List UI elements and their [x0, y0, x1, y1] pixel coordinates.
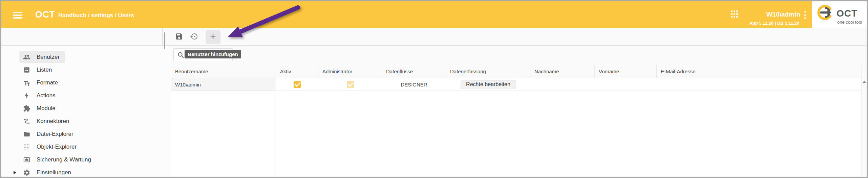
- column-header-datenfluesse[interactable]: Datenflüsse: [382, 65, 446, 78]
- expand-arrow-icon[interactable]: [14, 171, 16, 174]
- oct-logo-tagline: one cool tool: [837, 20, 862, 25]
- sidebar-item-label: Listen: [37, 67, 52, 73]
- sidebar-item-formate[interactable]: Formate: [1, 76, 171, 89]
- sidebar-item-einstellungen[interactable]: Einstellungen: [1, 166, 171, 178]
- folder-icon: [23, 130, 30, 138]
- administrator-checkbox-checked-disabled: [347, 81, 354, 88]
- app-title: OCT: [35, 9, 55, 20]
- cell-nachname: [530, 78, 595, 91]
- sidebar-item-module[interactable]: Module: [1, 102, 171, 115]
- sidebar-item-label: Datei-Explorer: [37, 131, 73, 137]
- sidebar-item-datei-explorer[interactable]: Datei-Explorer: [1, 128, 171, 141]
- sidebar-item-listen[interactable]: Listen: [1, 63, 171, 76]
- breadcrumb: Handbuch / settings / Users: [58, 12, 134, 19]
- cell-vorname: [595, 78, 657, 91]
- grid-dots-icon: [23, 143, 30, 151]
- sidebar-item-label: Module: [37, 105, 56, 112]
- version-label: App 5.11.20 | DB 5.11.20: [726, 21, 799, 26]
- sidebar-item-label: Objekt-Explorer: [37, 144, 77, 150]
- lightning-icon: [23, 92, 30, 99]
- cell-aktiv: [276, 78, 318, 91]
- backup-icon: [23, 156, 30, 163]
- aktiv-checkbox-checked[interactable]: [294, 81, 301, 88]
- table-header-row: Benutzername Aktiv Administrator Datenfl…: [171, 65, 861, 78]
- panel-resize-handle[interactable]: [164, 32, 167, 41]
- sidebar-item-benutzer[interactable]: Benutzer: [1, 51, 171, 63]
- edit-rights-button[interactable]: Rechte bearbeiten: [461, 80, 516, 89]
- oct-logo-icon: [817, 4, 833, 21]
- oct-logo-box: OCT one cool tool: [812, 1, 867, 28]
- table-row[interactable]: W10\admin DESIGNER Rechte bearbeiten: [171, 78, 861, 91]
- group-icon: [23, 53, 30, 61]
- scroll-up-arrow-icon[interactable]: [863, 81, 866, 83]
- cell-datenfluesse: DESIGNER: [382, 78, 446, 91]
- cell-administrator: [318, 78, 382, 91]
- oct-app-window: OCT Handbuch / settings / Users W10\admi…: [0, 0, 868, 178]
- users-table-panel: Benutzer hinzufügen Benutzername Aktiv A…: [171, 46, 867, 177]
- column-header-nachname[interactable]: Nachname: [530, 65, 595, 78]
- puzzle-icon: [23, 105, 30, 112]
- column-header-aktiv[interactable]: Aktiv: [276, 65, 318, 78]
- sidebar-item-sicherung-wartung[interactable]: Sicherung & Wartung: [1, 153, 171, 166]
- column-header-email[interactable]: E-Mail-Adresse: [657, 65, 861, 78]
- apps-grid-icon[interactable]: [731, 10, 739, 18]
- column-header-datenerfassung[interactable]: Datenerfassung: [446, 65, 530, 78]
- column-divider: [276, 91, 276, 177]
- restore-icon: [190, 32, 198, 41]
- sidebar-item-konnektoren[interactable]: Konnektoren: [1, 115, 171, 128]
- sidebar-nav: Benutzer Listen Formate Actions Module K…: [1, 46, 171, 177]
- save-icon: [175, 32, 183, 41]
- restore-button[interactable]: [190, 32, 198, 41]
- sidebar-item-label: Einstellungen: [37, 169, 71, 176]
- column-header-vorname[interactable]: Vorname: [595, 65, 657, 78]
- column-header-benutzername[interactable]: Benutzername: [171, 65, 276, 78]
- cell-benutzername: W10\admin: [171, 78, 276, 91]
- list-icon: [23, 66, 30, 74]
- sidebar-item-actions[interactable]: Actions: [1, 89, 171, 102]
- sidebar-item-label: Sicherung & Wartung: [37, 156, 91, 163]
- current-user-label[interactable]: W10\admin: [745, 11, 800, 18]
- connector-icon: [23, 118, 30, 125]
- cell-datenerfassung: Rechte bearbeiten: [446, 78, 530, 91]
- gear-icon: [23, 169, 30, 176]
- add-user-tooltip: Benutzer hinzufügen: [185, 50, 241, 58]
- save-button[interactable]: [175, 32, 183, 41]
- column-header-administrator[interactable]: Administrator: [318, 65, 382, 78]
- sidebar-item-objekt-explorer[interactable]: Objekt-Explorer: [1, 141, 171, 153]
- table-filter-strip: [171, 46, 867, 65]
- sidebar-item-label: Benutzer: [37, 54, 60, 60]
- hamburger-menu-icon[interactable]: [13, 12, 22, 19]
- sidebar-item-label: Actions: [37, 92, 56, 99]
- cell-email: [657, 78, 861, 91]
- search-icon: [177, 51, 185, 59]
- text-format-icon: [23, 79, 30, 86]
- toolbar-separator: [162, 28, 163, 45]
- toolbar: +: [1, 28, 867, 46]
- vertical-scrollbar[interactable]: [861, 65, 867, 177]
- top-app-bar: OCT Handbuch / settings / Users W10\admi…: [1, 1, 867, 28]
- plus-icon: +: [206, 30, 220, 44]
- kebab-menu-icon[interactable]: [803, 11, 807, 19]
- sidebar-item-label: Konnektoren: [37, 118, 69, 125]
- sidebar-item-label: Formate: [37, 79, 58, 86]
- add-user-button[interactable]: +: [206, 30, 220, 44]
- oct-logo-text: OCT: [837, 8, 858, 19]
